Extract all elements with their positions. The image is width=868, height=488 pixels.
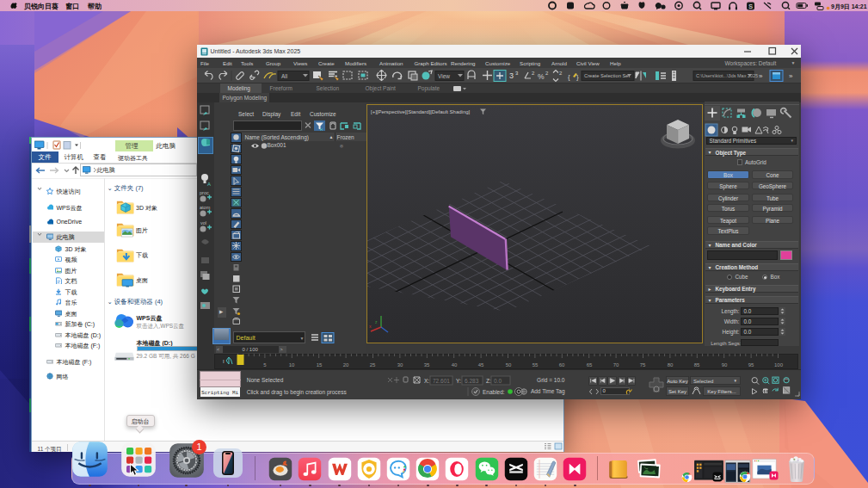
svg-text:[+][Perspective][Standard][Def: [+][Perspective][Standard][Default Shadi… <box>371 109 471 114</box>
svg-text:3: 3 <box>509 71 514 80</box>
svg-text:6.283: 6.283 <box>465 378 479 384</box>
svg-text:20: 20 <box>342 362 348 368</box>
svg-text:Y:: Y: <box>456 378 461 384</box>
svg-text:Enabled:: Enabled: <box>483 389 505 395</box>
svg-text:80: 80 <box>667 362 673 368</box>
svg-text:60: 60 <box>558 362 564 368</box>
svg-text:0.0: 0.0 <box>494 378 502 384</box>
svg-text:proc: proc <box>200 190 209 195</box>
svg-text:75: 75 <box>639 362 645 368</box>
svg-text:»: » <box>789 72 793 80</box>
svg-text:2: 2 <box>532 71 535 76</box>
svg-text:55: 55 <box>532 362 538 368</box>
svg-text:}: } <box>576 73 579 81</box>
svg-text:25: 25 <box>369 362 375 368</box>
svg-text:{: { <box>568 73 570 81</box>
svg-text:»: » <box>759 72 763 80</box>
svg-text:30: 30 <box>397 362 403 368</box>
svg-text:2: 2 <box>545 71 549 76</box>
svg-text:S: S <box>748 3 753 9</box>
svg-text:15: 15 <box>316 362 322 368</box>
svg-text:X:: X: <box>424 378 429 384</box>
svg-text:atom: atom <box>200 205 211 210</box>
svg-text:40: 40 <box>451 362 457 368</box>
svg-text:C:\Users\kiot...\3ds Max 2025: C:\Users\kiot...\3ds Max 2025 <box>696 73 758 78</box>
svg-text:50: 50 <box>505 362 511 368</box>
svg-text:All: All <box>281 73 288 79</box>
svg-text:2: 2 <box>559 71 563 76</box>
svg-text:View: View <box>438 73 450 79</box>
svg-text:3: 3 <box>515 71 519 76</box>
svg-text:45: 45 <box>477 362 483 368</box>
svg-text:100: 100 <box>773 362 783 368</box>
svg-text:95: 95 <box>748 362 754 368</box>
svg-text:%: % <box>538 72 545 81</box>
svg-text:35: 35 <box>423 362 429 368</box>
svg-text:90: 90 <box>721 362 727 368</box>
svg-text:I: I <box>223 359 225 364</box>
svg-text:A: A <box>207 182 211 187</box>
svg-text:Create Selection Set: Create Selection Set <box>584 73 631 78</box>
svg-text:70: 70 <box>613 362 619 368</box>
svg-text:85: 85 <box>693 362 699 368</box>
svg-text:10: 10 <box>288 362 294 368</box>
svg-text:vol: vol <box>200 220 206 225</box>
svg-text:Z:: Z: <box>486 378 491 384</box>
svg-text:65: 65 <box>586 362 592 368</box>
svg-text:5: 5 <box>263 362 267 368</box>
svg-text:72.601: 72.601 <box>433 378 450 384</box>
